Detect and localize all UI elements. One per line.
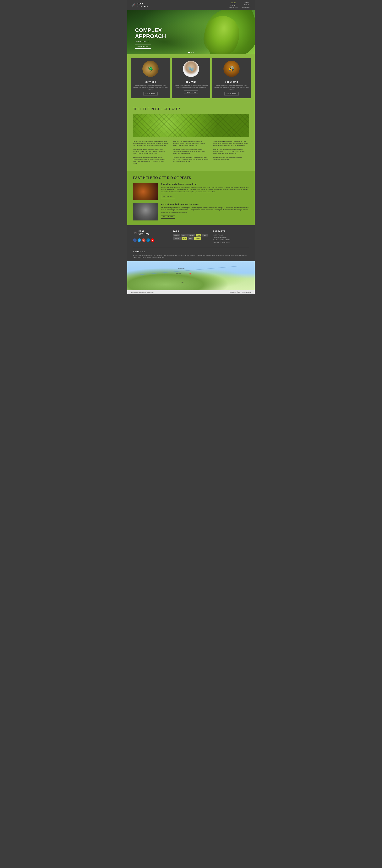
- hero-content: COMPLEX APPROACH to pest control READ MO…: [127, 27, 166, 49]
- bottom-bar: yoursite.com/pest-control-village.com Pe…: [127, 290, 255, 294]
- nav-col-1: HOME ABOUT SERVICES: [229, 2, 238, 8]
- fast-help-content-1: Phasellus porta. Fusce suscipit vari Aen…: [161, 183, 249, 200]
- fast-help-btn-1[interactable]: READ MORE: [161, 195, 175, 198]
- service-desc-services: Aenean nonummy endrit mauris. Phasellus …: [131, 84, 170, 90]
- tag-roaches[interactable]: Roaches: [187, 234, 196, 237]
- fast-help-image-1: [133, 183, 158, 200]
- service-circle-company: 🧤: [182, 60, 200, 78]
- footer-logo: 🦟 PEST CONTROL: [133, 230, 169, 235]
- pest-col2-p1: Morbi nam odio gravida atrcum soc luctus…: [173, 140, 209, 147]
- service-card-services: 🪲 SERVICES Aenean nonummy endrit mauris.…: [131, 58, 170, 98]
- social-icons: f t g in ▶: [133, 239, 169, 242]
- tag-pest[interactable]: Pest: [196, 234, 201, 237]
- hero-section: COMPLEX APPROACH to pest control READ MO…: [127, 10, 255, 54]
- service-circle-services: 🪲: [142, 60, 159, 78]
- hero-read-more-button[interactable]: READ MORE: [135, 44, 151, 49]
- tag-ants[interactable]: Ants: [202, 234, 208, 237]
- hero-dot-2[interactable]: [191, 52, 192, 53]
- tag-bees[interactable]: Bees: [188, 237, 194, 240]
- services-section: 🪲 SERVICES Aenean nonummy endrit mauris.…: [127, 54, 255, 102]
- service-img-company: 🧤: [172, 58, 210, 80]
- social-youtube[interactable]: ▶: [151, 239, 154, 242]
- service-title-solutions: SOLUTIONS: [225, 81, 238, 83]
- fast-help-section: FAST HELP TO GET RID OF PESTS Phasellus …: [127, 171, 255, 225]
- tags-title: TAGS: [173, 230, 209, 232]
- nav-blog[interactable]: BLOG: [244, 4, 249, 6]
- site-footer: 🦟 PEST CONTROL f t g in ▶ TAGS Spiders R…: [127, 225, 255, 261]
- service-title-services: SERVICES: [145, 81, 156, 83]
- service-desc-solutions: Aenean nonummy endrit mauris. Phasellus …: [212, 84, 251, 90]
- service-btn-solutions[interactable]: READ MORE: [224, 92, 238, 95]
- services-grid: 🪲 SERVICES Aenean nonummy endrit mauris.…: [131, 58, 251, 98]
- fast-help-btn-2[interactable]: READ MORE: [161, 215, 175, 219]
- hero-dot-3[interactable]: [193, 52, 194, 53]
- person-image: 🧤: [183, 61, 199, 77]
- site-header: 🦟 PEST CONTROL HOME ABOUT SERVICES NEWS …: [127, 0, 255, 10]
- nav-home[interactable]: HOME: [231, 2, 236, 4]
- social-googleplus[interactable]: g: [142, 239, 145, 242]
- pest-col-2: Morbi nam odio gravida atrcum soc luctus…: [173, 140, 209, 166]
- tag-hive[interactable]: Hive: [181, 237, 187, 240]
- footer-bug-icon: 🦟: [133, 231, 137, 235]
- about-text: Aenean nonummy endrit mauris. Phasellus …: [133, 254, 249, 258]
- nav-contact[interactable]: CONTACT: [242, 6, 251, 8]
- service-btn-company[interactable]: READ MORE: [184, 90, 198, 94]
- contacts-title: CONTACTS: [213, 230, 249, 232]
- map-label-carey: Carey: [181, 282, 184, 283]
- service-img-services: 🪲: [131, 58, 170, 80]
- service-circle-solutions: 🐝: [223, 60, 240, 78]
- footer-logo-line2: CONTROL: [139, 232, 149, 235]
- service-btn-services[interactable]: READ MORE: [143, 92, 157, 95]
- tag-rats[interactable]: Rats: [181, 234, 186, 237]
- hero-subtitle: to pest control: [135, 40, 166, 42]
- nav-services[interactable]: SERVICES: [229, 7, 238, 8]
- logo-text: PEST CONTROL: [137, 2, 149, 8]
- footer-city: Cambridge, HG98 9HT: [213, 237, 249, 239]
- main-nav: HOME ABOUT SERVICES NEWS BLOG CONTACT: [229, 2, 251, 8]
- nav-col-2: NEWS BLOG CONTACT: [242, 2, 251, 8]
- footer-top: 🦟 PEST CONTROL f t g in ▶ TAGS Spiders R…: [133, 230, 249, 244]
- tag-flower[interactable]: Flower: [194, 237, 201, 240]
- logo: 🦟 PEST CONTROL: [131, 2, 149, 8]
- tags-grid: Spiders Rats Roaches Pest Ants Termites …: [173, 234, 209, 240]
- social-linkedin[interactable]: in: [146, 239, 150, 242]
- map-pin: 📍: [188, 273, 192, 276]
- wasp-image: 🐝: [224, 61, 240, 77]
- footer-address: 9867 FHR Road: [213, 234, 249, 237]
- fast-help-items: Phasellus porta. Fusce suscipit vari Aen…: [133, 183, 249, 220]
- social-facebook[interactable]: f: [133, 239, 137, 242]
- pest-section: TELL THE PEST – GET OUT! Aenean nonummy …: [127, 102, 255, 171]
- leaf-veins: [133, 114, 249, 137]
- fast-help-item-1: Phasellus porta. Fusce suscipit vari Aen…: [133, 183, 249, 200]
- service-card-company: 🧤 COMPANY Phasellus a hola quaerat sem a…: [172, 58, 210, 98]
- fast-help-title: FAST HELP TO GET RID OF PESTS: [133, 176, 249, 180]
- footer-logo-text: PEST CONTROL: [139, 230, 149, 235]
- logo-line1: PEST: [137, 2, 149, 5]
- pest-col3-p1: Aenean nonummy endrit mauris. Phasellus …: [213, 140, 249, 147]
- hero-dot-1[interactable]: [188, 52, 190, 53]
- map-label-portland: Portland: [176, 273, 181, 274]
- footer-freephone: Freephone: +1 800 329 6588: [213, 239, 249, 241]
- nav-about[interactable]: ABOUT: [230, 4, 237, 6]
- footer-contacts: CONTACTS 9867 FHR Road Cambridge, HG98 9…: [213, 230, 249, 244]
- pest-col3-p3: Donec sit amet ircus. Lorem ipsum dolor …: [213, 156, 249, 160]
- service-img-solutions: 🐝: [212, 58, 251, 80]
- pest-col1-p2: Morbi nam odio gravida atrcum soc luctus…: [133, 148, 169, 155]
- logo-bug-icon: 🦟: [131, 3, 136, 7]
- fast-help-image-2: [133, 203, 158, 220]
- tag-spiders[interactable]: Spiders: [173, 234, 180, 237]
- service-desc-company: Phasellus a hola quaerat sem at. Lorem i…: [172, 84, 210, 88]
- service-title-company: COMPANY: [185, 81, 197, 83]
- pest-text-grid: Aenean nonummy endrit mauris. Phasellus …: [133, 140, 249, 166]
- bottom-bar-url: yoursite.com/pest-control-village.com: [131, 291, 153, 293]
- bottom-bar-copyright: Pest Control © 2014 • Privacy Policy: [229, 291, 251, 293]
- social-twitter[interactable]: t: [138, 239, 141, 242]
- nav-news[interactable]: NEWS: [244, 2, 249, 3]
- fast-help-content-2: Abus et magnis dis purient tes naseet Ae…: [161, 203, 249, 220]
- fast-help-item-2: Abus et magnis dis purient tes naseet Ae…: [133, 203, 249, 220]
- footer-logo-area: 🦟 PEST CONTROL f t g in ▶: [133, 230, 169, 244]
- pest-col2-p2: Donec sit amet ircus. Lorem ipsum dolor …: [173, 148, 209, 155]
- tag-termites[interactable]: Termites: [173, 237, 181, 240]
- fast-help-item-desc-2: Aenean nonummy endrit mauris. Phasellus …: [161, 207, 249, 213]
- leaf-image: [133, 114, 249, 137]
